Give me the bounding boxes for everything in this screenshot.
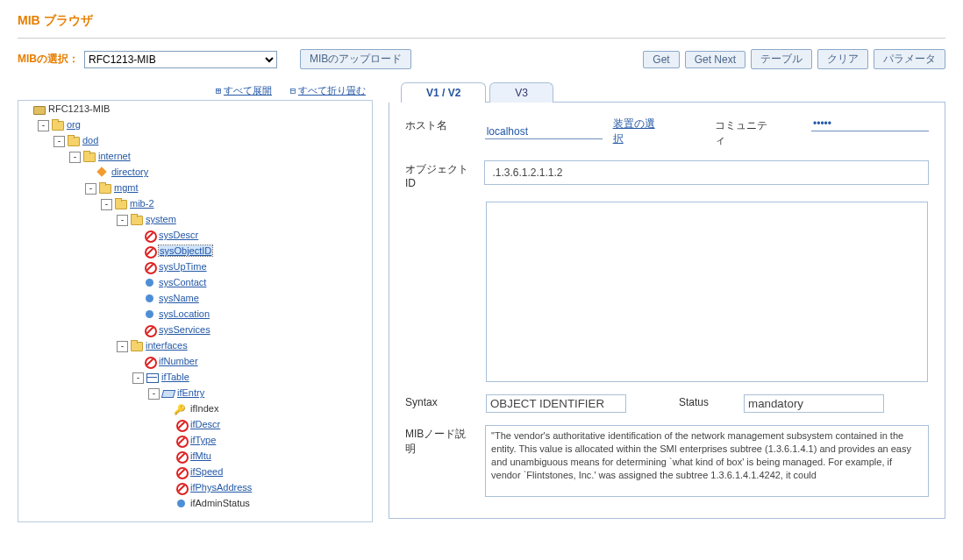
folder-open-icon bbox=[99, 183, 111, 194]
readonly-icon bbox=[144, 230, 156, 241]
readwrite-icon bbox=[144, 309, 156, 320]
toggle-icon[interactable]: - bbox=[54, 136, 65, 147]
mib-tree[interactable]: RFC1213-MIB -org -dod -internet director… bbox=[18, 100, 373, 522]
readonly-icon bbox=[144, 262, 156, 273]
tree-node-org[interactable]: org bbox=[67, 119, 81, 130]
community-input[interactable] bbox=[811, 117, 929, 131]
tree-node-ifdescr[interactable]: ifDescr bbox=[190, 419, 220, 429]
toggle-icon[interactable]: - bbox=[117, 341, 128, 352]
readonly-icon bbox=[144, 246, 156, 257]
folder-open-icon bbox=[131, 215, 143, 225]
key-icon bbox=[175, 404, 188, 415]
readwrite-icon bbox=[175, 499, 188, 509]
tree-node-iftable[interactable]: ifTable bbox=[161, 372, 189, 382]
tree-node-mib2[interactable]: mib-2 bbox=[130, 198, 154, 209]
readonly-icon bbox=[175, 483, 188, 493]
folder-open-icon bbox=[131, 341, 143, 351]
folder-open-icon bbox=[52, 120, 64, 131]
toggle-icon[interactable]: - bbox=[38, 120, 49, 131]
toggle-icon[interactable]: - bbox=[101, 199, 112, 210]
tree-node-ifadminstatus[interactable]: ifAdminStatus bbox=[190, 498, 250, 508]
toggle-icon[interactable]: - bbox=[132, 372, 144, 384]
tree-node-mgmt[interactable]: mgmt bbox=[114, 182, 139, 193]
toolbar: MIBの選択： RFC1213-MIB MIBのアップロード Get Get N… bbox=[18, 49, 945, 69]
mib-select[interactable]: RFC1213-MIB bbox=[84, 51, 277, 68]
tree-node-interfaces[interactable]: interfaces bbox=[146, 340, 188, 351]
tree-node-ifentry[interactable]: ifEntry bbox=[177, 387, 204, 398]
folder-open-icon bbox=[83, 152, 96, 162]
tree-node-syscontact[interactable]: sysContact bbox=[159, 277, 206, 287]
host-label: ホスト名 bbox=[405, 117, 476, 133]
toggle-icon[interactable]: - bbox=[148, 388, 160, 400]
readonly-icon bbox=[175, 467, 188, 478]
tree-root: RFC1213-MIB bbox=[48, 103, 110, 114]
desc-label: MIBノード説明 bbox=[405, 425, 476, 457]
community-label: コミュニティ bbox=[715, 117, 777, 148]
tree-node-ifphysaddress[interactable]: ifPhysAddress bbox=[190, 482, 252, 493]
snmp-form: ホスト名 装置の選択 コミュニティ オブジェクトID .1.3.6.1.2.1.… bbox=[389, 103, 945, 519]
tree-node-dod[interactable]: dod bbox=[82, 135, 98, 145]
readwrite-icon bbox=[144, 294, 156, 304]
tab-v1v2[interactable]: V1 / V2 bbox=[401, 82, 486, 103]
tree-node-sysservices[interactable]: sysServices bbox=[159, 324, 210, 335]
syntax-value bbox=[486, 394, 626, 413]
device-select-link[interactable]: 装置の選択 bbox=[613, 117, 663, 146]
tree-node-sysdescr[interactable]: sysDescr bbox=[159, 230, 198, 240]
readonly-icon bbox=[144, 325, 156, 336]
oid-box[interactable]: .1.3.6.1.2.1.1.2 bbox=[484, 160, 929, 185]
mib-icon bbox=[33, 104, 46, 115]
toggle-icon[interactable]: - bbox=[85, 183, 96, 195]
table-icon bbox=[146, 372, 159, 383]
folder-open-icon bbox=[68, 136, 80, 146]
get-button[interactable]: Get bbox=[643, 51, 679, 68]
tree-node-system[interactable]: system bbox=[146, 214, 176, 224]
tree-node-sysobjectid[interactable]: sysObjectID bbox=[159, 245, 212, 256]
desc-box[interactable]: "The vendor's authoritative identificati… bbox=[485, 425, 929, 497]
readonly-icon bbox=[175, 451, 188, 462]
toggle-icon[interactable]: - bbox=[117, 215, 128, 226]
readonly-icon bbox=[175, 420, 188, 430]
upload-mib-button[interactable]: MIBのアップロード bbox=[300, 49, 411, 69]
tree-node-syslocation[interactable]: sysLocation bbox=[159, 308, 210, 319]
tree-node-sysuptime[interactable]: sysUpTime bbox=[159, 261, 207, 272]
page-title: MIB ブラウザ bbox=[18, 13, 945, 29]
tree-node-ifmtu[interactable]: ifMtu bbox=[190, 450, 211, 461]
get-next-button[interactable]: Get Next bbox=[685, 51, 745, 68]
toggle-icon[interactable]: - bbox=[69, 152, 81, 163]
clear-button[interactable]: クリア bbox=[817, 49, 868, 69]
readonly-icon bbox=[144, 357, 156, 367]
entry-icon bbox=[162, 388, 175, 399]
folder-open-icon bbox=[115, 199, 127, 209]
tree-node-internet[interactable]: internet bbox=[98, 151, 131, 161]
mib-select-label: MIBの選択： bbox=[18, 52, 79, 67]
collapse-all-link[interactable]: ⊟すべて折り畳む bbox=[288, 84, 366, 97]
parameter-button[interactable]: パラメータ bbox=[874, 49, 945, 69]
tree-node-ifspeed[interactable]: ifSpeed bbox=[190, 466, 223, 477]
divider bbox=[18, 38, 945, 39]
diamond-icon bbox=[96, 167, 109, 178]
result-textarea[interactable] bbox=[486, 202, 928, 382]
tree-node-directory[interactable]: directory bbox=[111, 167, 148, 177]
tree-node-sysname[interactable]: sysName bbox=[159, 293, 199, 303]
tab-v3[interactable]: V3 bbox=[489, 82, 553, 103]
readwrite-icon bbox=[144, 278, 156, 288]
syntax-label: Syntax bbox=[405, 394, 477, 408]
host-input[interactable] bbox=[485, 124, 603, 139]
tabs: V1 / V2 V3 bbox=[401, 82, 945, 103]
oid-label: オブジェクトID bbox=[405, 160, 475, 189]
tree-node-ifindex[interactable]: ifIndex bbox=[190, 403, 218, 414]
status-label: Status bbox=[679, 394, 709, 408]
expand-all-link[interactable]: ⊞すべて展開 bbox=[213, 84, 272, 97]
readonly-icon bbox=[175, 436, 188, 446]
tree-node-ifnumber[interactable]: ifNumber bbox=[159, 356, 198, 366]
table-button[interactable]: テーブル bbox=[751, 49, 812, 69]
tree-node-iftype[interactable]: ifType bbox=[190, 435, 216, 445]
status-value bbox=[744, 394, 884, 413]
